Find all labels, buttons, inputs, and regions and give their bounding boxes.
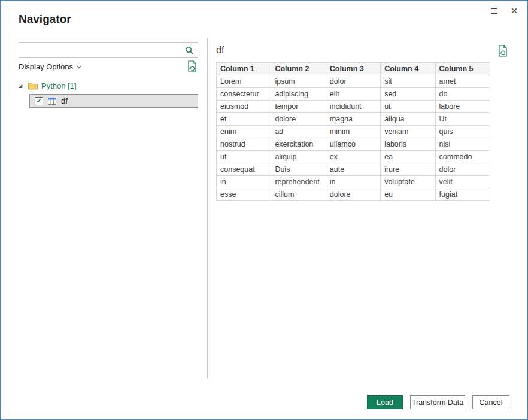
column-header: Column 3 bbox=[326, 63, 380, 75]
table-row: enimadminimveniamquis bbox=[217, 126, 490, 138]
table-cell: incididunt bbox=[326, 101, 380, 113]
maximize-icon bbox=[491, 8, 497, 14]
close-button[interactable]: ✕ bbox=[506, 3, 523, 19]
table-cell: adipiscing bbox=[271, 88, 326, 101]
table-cell: ea bbox=[381, 151, 435, 163]
table-row: consecteturadipiscingelitseddo bbox=[217, 88, 490, 101]
navigator-dialog: Navigator ✕ Display Options ◢ bbox=[0, 0, 528, 420]
folder-icon bbox=[28, 82, 38, 90]
refresh-sources-button[interactable] bbox=[187, 60, 198, 72]
table-cell: sit bbox=[381, 75, 435, 88]
table-cell: velit bbox=[435, 176, 490, 188]
table-row: essecillumdoloreeufugiat bbox=[217, 188, 490, 201]
column-header: Column 4 bbox=[381, 63, 435, 75]
maximize-button[interactable] bbox=[485, 3, 502, 19]
table-cell: amet bbox=[435, 75, 490, 88]
tree-item-label: df bbox=[61, 96, 68, 105]
table-cell: laboris bbox=[381, 138, 435, 151]
table-cell: consectetur bbox=[217, 88, 271, 101]
table-cell: elit bbox=[326, 88, 380, 101]
table-cell: et bbox=[217, 113, 271, 126]
table-cell: fugiat bbox=[435, 188, 490, 201]
table-cell: do bbox=[435, 88, 490, 101]
preview-table: Column 1Column 2Column 3Column 4Column 5… bbox=[216, 62, 490, 201]
table-row: Loremipsumdolorsitamet bbox=[217, 75, 490, 88]
table-cell: quis bbox=[435, 126, 490, 138]
table-row: consequatDuisauteiruredolor bbox=[217, 163, 490, 176]
page-title: Navigator bbox=[19, 13, 71, 26]
display-options-toggle[interactable]: Display Options bbox=[19, 62, 81, 71]
document-refresh-icon bbox=[497, 45, 508, 57]
search-box bbox=[19, 42, 198, 58]
table-row: inreprehenderitinvoluptatevelit bbox=[217, 176, 490, 188]
display-options-label: Display Options bbox=[19, 62, 73, 71]
table-cell: cillum bbox=[271, 188, 326, 201]
table-cell: aliquip bbox=[271, 151, 326, 163]
table-cell: dolore bbox=[271, 113, 326, 126]
table-cell: exercitation bbox=[271, 138, 326, 151]
table-cell: dolor bbox=[435, 163, 490, 176]
table-icon bbox=[48, 98, 56, 105]
table-cell: aute bbox=[326, 163, 380, 176]
table-cell: enim bbox=[217, 126, 271, 138]
chevron-down-icon bbox=[77, 63, 81, 68]
tree-folder-label: Python [1] bbox=[41, 81, 77, 90]
table-cell: esse bbox=[217, 188, 271, 201]
table-cell: veniam bbox=[381, 126, 435, 138]
table-cell: consequat bbox=[217, 163, 271, 176]
load-button[interactable]: Load bbox=[367, 395, 403, 409]
source-tree: ◢ Python [1] df bbox=[19, 78, 198, 108]
preview-title: df bbox=[216, 45, 224, 56]
table-cell: irure bbox=[381, 163, 435, 176]
table-cell: sed bbox=[381, 88, 435, 101]
tree-expander-icon[interactable]: ◢ bbox=[19, 83, 25, 89]
table-cell: eiusmod bbox=[217, 101, 271, 113]
table-cell: in bbox=[217, 176, 271, 188]
table-row: utaliquipexeacommodo bbox=[217, 151, 490, 163]
preview-table-head: Column 1Column 2Column 3Column 4Column 5 bbox=[217, 63, 490, 75]
table-cell: nostrud bbox=[217, 138, 271, 151]
table-cell: ullamco bbox=[326, 138, 380, 151]
close-icon: ✕ bbox=[511, 6, 518, 16]
table-cell: ipsum bbox=[271, 75, 326, 88]
table-cell: labore bbox=[435, 101, 490, 113]
column-header: Column 5 bbox=[435, 63, 490, 75]
table-cell: voluptate bbox=[381, 176, 435, 188]
table-cell: dolore bbox=[326, 188, 380, 201]
table-cell: in bbox=[326, 176, 380, 188]
table-row: eiusmodtemporincididuntutlabore bbox=[217, 101, 490, 113]
table-cell: dolor bbox=[326, 75, 380, 88]
table-cell: aliqua bbox=[381, 113, 435, 126]
table-header-row: Column 1Column 2Column 3Column 4Column 5 bbox=[217, 63, 490, 75]
table-row: etdoloremagnaaliquaUt bbox=[217, 113, 490, 126]
transform-data-button[interactable]: Transform Data bbox=[410, 395, 465, 409]
table-cell: tempor bbox=[271, 101, 326, 113]
cancel-button[interactable]: Cancel bbox=[472, 395, 509, 409]
table-cell: ut bbox=[217, 151, 271, 163]
preview-table-body: Loremipsumdolorsitametconsecteturadipisc… bbox=[217, 75, 490, 201]
table-row: nostrudexercitationullamcolaborisnisi bbox=[217, 138, 490, 151]
table-cell: ex bbox=[326, 151, 380, 163]
table-cell: eu bbox=[381, 188, 435, 201]
table-cell: minim bbox=[326, 126, 380, 138]
df-checkbox[interactable] bbox=[35, 97, 43, 105]
search-input[interactable] bbox=[19, 43, 181, 57]
search-icon bbox=[185, 46, 194, 55]
table-cell: Lorem bbox=[217, 75, 271, 88]
pane-divider bbox=[207, 38, 208, 379]
table-cell: ut bbox=[381, 101, 435, 113]
table-cell: Duis bbox=[271, 163, 326, 176]
table-cell: Ut bbox=[435, 113, 490, 126]
table-cell: reprehenderit bbox=[271, 176, 326, 188]
column-header: Column 1 bbox=[217, 63, 271, 75]
table-cell: ad bbox=[271, 126, 326, 138]
table-cell: commodo bbox=[435, 151, 490, 163]
document-refresh-icon bbox=[187, 60, 198, 72]
table-cell: magna bbox=[326, 113, 380, 126]
column-header: Column 2 bbox=[271, 63, 326, 75]
tree-item-df[interactable]: df bbox=[29, 94, 198, 108]
tree-folder-python[interactable]: ◢ Python [1] bbox=[19, 78, 198, 93]
table-cell: nisi bbox=[435, 138, 490, 151]
refresh-preview-button[interactable] bbox=[497, 45, 508, 57]
search-button[interactable] bbox=[181, 43, 198, 57]
